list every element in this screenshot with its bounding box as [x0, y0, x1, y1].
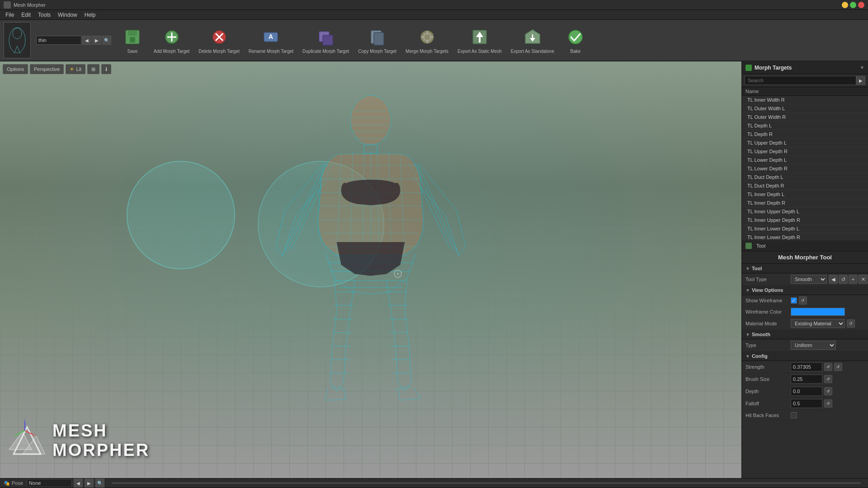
menu-window[interactable]: Window [54, 11, 81, 19]
brush-size-input[interactable] [791, 375, 822, 384]
character-container [235, 84, 506, 400]
svg-rect-16 [323, 35, 333, 45]
viewport-toolbar: Options Perspective ☀ Lit ⊞ ℹ [3, 64, 111, 74]
panel-expand-btn[interactable]: ▼ [860, 65, 864, 70]
delete-morph-label: Delete Morph Target [198, 49, 239, 54]
morph-item-10[interactable]: TL Duct Depth R [742, 182, 868, 190]
pose-bar: 🎭 Pose ◀ ▶ 🔍 [0, 478, 868, 488]
options-button[interactable]: Options [3, 64, 28, 74]
tool-prev-btn[interactable]: ◀ [829, 275, 838, 284]
morph-item-11[interactable]: TL Inner Depth L [742, 190, 868, 199]
perspective-button[interactable]: Perspective [30, 64, 64, 74]
delete-morph-target-tool[interactable]: Delete Morph Target [195, 24, 243, 56]
material-mode-reset[interactable]: ↺ [847, 319, 855, 328]
mode-button[interactable]: ⊞ [87, 64, 99, 74]
morph-item-7[interactable]: TL Lower Depth L [742, 156, 868, 164]
merge-morph-targets-tool[interactable]: Merge Morph Targets [402, 24, 452, 56]
morph-item-6[interactable]: TL Upper Depth R [742, 147, 868, 156]
hit-back-faces-row: Hit Back Faces [742, 410, 868, 421]
smooth-type-label: Type [745, 343, 791, 348]
morph-item-16[interactable]: TL Inner Lower Depth R [742, 233, 868, 240]
morph-item-12[interactable]: TL Inner Depth R [742, 199, 868, 207]
wireframe-color-swatch[interactable] [791, 308, 845, 316]
svg-point-78 [351, 96, 391, 145]
falloff-value: ↺ [791, 399, 864, 408]
transform-axes-svg: X Y Z [14, 419, 36, 442]
depth-reset[interactable]: ↺ [824, 387, 832, 395]
minimize-button[interactable] [842, 2, 848, 8]
bake-tool[interactable]: Bake [560, 24, 591, 56]
morph-item-9[interactable]: TL Duct Depth L [742, 173, 868, 182]
viewport[interactable]: Options Perspective ☀ Lit ⊞ ℹ [0, 61, 741, 478]
pose-search[interactable]: 🔍 [95, 479, 104, 488]
add-morph-target-tool[interactable]: Add Morph Target [150, 24, 193, 56]
morph-item-4[interactable]: TL Depth R [742, 130, 868, 139]
morph-item-1[interactable]: TL Outer Width L [742, 104, 868, 113]
menubar: File Edit Tools Window Help [0, 10, 868, 20]
tool-section-collapsible[interactable]: ▼ Tool [742, 264, 868, 273]
depth-label: Depth [745, 389, 791, 394]
rename-morph-label: Rename Morph Target [249, 49, 293, 54]
copy-morph-target-tool[interactable]: Copy Morph Target [354, 24, 400, 56]
view-options-section[interactable]: ▼ View Options [742, 286, 868, 295]
falloff-input[interactable] [791, 399, 822, 408]
tool-reset-btn[interactable]: ↺ [839, 275, 848, 284]
morph-item-2[interactable]: TL Outer Width R [742, 113, 868, 122]
export-static-mesh-tool[interactable]: Export As Static Mesh [454, 24, 505, 56]
pose-nav-back[interactable]: ◀ [74, 479, 83, 488]
search-go-button[interactable]: ▶ [856, 76, 865, 85]
morph-item-5[interactable]: TL Upper Depth L [742, 139, 868, 147]
duplicate-morph-target-tool[interactable]: Duplicate Morph Target [299, 24, 353, 56]
morph-item-13[interactable]: TL Inner Upper Depth L [742, 207, 868, 216]
morph-item-15[interactable]: TL Inner Lower Depth L [742, 225, 868, 233]
lit-button[interactable]: ☀ Lit [66, 64, 85, 74]
view-options-arrow: ▼ [745, 288, 750, 293]
svg-rect-5 [128, 30, 137, 36]
hit-back-faces-checkbox[interactable] [791, 412, 797, 418]
menu-file[interactable]: File [2, 11, 18, 19]
tool-arrow-icon: ▼ [745, 266, 750, 271]
pose-nav-fwd[interactable]: ▶ [85, 479, 94, 488]
smooth-section[interactable]: ▼ Smooth [742, 330, 868, 339]
show-wireframe-checkbox[interactable]: ✓ [791, 297, 797, 304]
tool-add-btn[interactable]: + [849, 275, 858, 284]
save-tool[interactable]: Save [117, 24, 148, 56]
pose-slider[interactable] [112, 482, 861, 484]
nav-back-button[interactable]: ◀ [82, 36, 91, 45]
material-mode-dropdown[interactable]: Existing Material Wireframe Unlit [791, 319, 845, 328]
name-column-header: Name [742, 87, 868, 96]
config-section[interactable]: ▼ Config [742, 352, 868, 361]
brush-size-reset[interactable]: ↺ [824, 375, 832, 383]
morph-target-list[interactable]: TL Inner Width R TL Outer Width L TL Out… [742, 96, 868, 240]
brush-indicator [393, 269, 402, 278]
morph-search-input[interactable] [36, 36, 81, 45]
pose-input[interactable] [27, 479, 72, 487]
morph-item-0[interactable]: TL Inner Width R [742, 96, 868, 104]
morph-item-14[interactable]: TL Inner Upper Depth R [742, 216, 868, 225]
nav-forward-button[interactable]: ▶ [92, 36, 101, 45]
strength-input[interactable] [791, 362, 822, 371]
smooth-type-dropdown[interactable]: Uniform Laplacian [791, 341, 836, 350]
tool-type-dropdown[interactable]: Smooth Pull Push Flatten Pinch Relax [791, 275, 827, 284]
settings-button[interactable]: ℹ [101, 64, 111, 74]
menu-help[interactable]: Help [81, 11, 99, 19]
depth-input[interactable] [791, 387, 822, 396]
merge-morph-icon [416, 26, 438, 48]
rename-morph-target-tool[interactable]: A Rename Morph Target [245, 24, 297, 56]
morph-target-search[interactable] [745, 76, 856, 85]
falloff-reset[interactable]: ↺ [824, 399, 832, 408]
strength-reset2[interactable]: ↺ [834, 363, 842, 371]
menu-tools[interactable]: Tools [34, 11, 54, 19]
svg-line-83 [16, 431, 25, 435]
wireframe-color-value [791, 308, 864, 316]
close-button[interactable] [858, 2, 864, 8]
search-button[interactable]: 🔍 [102, 36, 111, 45]
show-wireframe-reset[interactable]: ↺ [799, 296, 807, 305]
menu-edit[interactable]: Edit [18, 11, 34, 19]
export-standalone-tool[interactable]: Export As Standalone [507, 24, 558, 56]
strength-reset[interactable]: ↺ [824, 363, 832, 371]
maximize-button[interactable] [850, 2, 856, 8]
morph-item-3[interactable]: TL Depth L [742, 122, 868, 130]
tool-x-btn[interactable]: ✕ [859, 275, 868, 284]
morph-item-8[interactable]: TL Lower Depth R [742, 164, 868, 173]
